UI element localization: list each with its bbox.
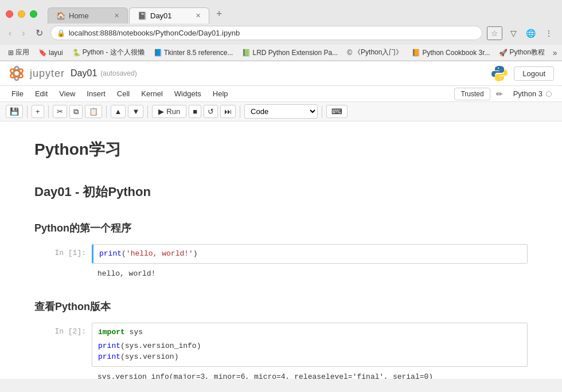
bookmark-cookbook[interactable]: 📙 Python Cookbook 3r... xyxy=(409,48,492,57)
heading2-section: Day01 - 初始Python xyxy=(34,173,528,211)
cell1-prompt: In [1]: xyxy=(34,244,92,264)
keyboard-shortcuts-button[interactable]: ⌨ xyxy=(326,105,348,118)
stop-button[interactable]: ■ xyxy=(189,105,201,118)
kernel-info: Python 3 xyxy=(509,89,556,98)
browser-chrome: 🏠 Home ✕ 📓 Day01 ✕ + ‹ › ↻ 🔒 localhost:8… xyxy=(0,0,562,61)
day01-tab-close[interactable]: ✕ xyxy=(196,12,201,19)
maximize-button[interactable] xyxy=(30,10,37,18)
logout-button[interactable]: Logout xyxy=(514,66,554,81)
menu-cell[interactable]: Cell xyxy=(111,86,135,101)
cell2-input[interactable]: import sys print(sys.version_info) print… xyxy=(92,323,528,367)
lrd-icon: 📗 xyxy=(242,49,251,57)
cell2-output-row: sys.version_info(major=3, minor=6, micro… xyxy=(34,369,528,379)
toolbar-sep1 xyxy=(27,105,28,118)
cell-2: In [2]: import sys print(sys.version_inf… xyxy=(34,323,528,367)
apps-label: 应用 xyxy=(15,48,29,57)
jupyter-app: jupyter Day01 (autosaved) Logout File Ed… xyxy=(0,61,562,379)
paste-button[interactable]: 📋 xyxy=(85,105,102,118)
new-tab-button[interactable]: + xyxy=(210,5,228,23)
tab-day01[interactable]: 📓 Day01 ✕ xyxy=(129,7,209,23)
extension-button[interactable]: ▽ xyxy=(507,28,520,39)
menu-view[interactable]: View xyxy=(53,86,81,101)
bookmark-tkinter[interactable]: 📘 Tkinter 8.5 reference... xyxy=(151,48,236,57)
bookmark-button[interactable]: ☆ xyxy=(487,26,502,40)
run-button[interactable]: ▶ Run xyxy=(152,105,186,118)
toolbar-sep3 xyxy=(106,105,107,118)
refresh-button[interactable]: ↻ xyxy=(33,26,46,40)
jupyter-menubar: File Edit View Insert Cell Kernel Widget… xyxy=(0,86,562,102)
jupyter-header-right: Logout xyxy=(491,65,554,82)
python-lazy-icon: 🐍 xyxy=(72,49,81,57)
tab-bar: 🏠 Home ✕ 📓 Day01 ✕ + xyxy=(43,5,556,23)
jupyter-brand-text: jupyter xyxy=(30,68,65,80)
notebook-heading2: Day01 - 初始Python xyxy=(34,183,528,201)
toolbar-sep4 xyxy=(147,105,148,118)
menu-kernel[interactable]: Kernel xyxy=(135,86,169,101)
edit-pencil-button[interactable]: ✏ xyxy=(493,88,506,100)
minimize-button[interactable] xyxy=(18,10,25,18)
home-tab-close[interactable]: ✕ xyxy=(114,12,119,19)
notebook-heading1: Python学习 xyxy=(34,139,528,160)
jupyter-toolbar: 💾 + ✂ ⧉ 📋 ▲ ▼ ▶ Run ■ ↺ ⏭ Code Markdown … xyxy=(0,102,562,121)
move-up-button[interactable]: ▲ xyxy=(111,105,126,118)
cell2-print1-fn: print xyxy=(98,342,120,350)
globe-button[interactable]: 🌐 xyxy=(522,28,539,39)
kernel-name: Python 3 xyxy=(513,89,543,98)
kernel-status-indicator xyxy=(546,91,552,97)
restart-button[interactable]: ↺ xyxy=(204,105,218,118)
cell2-print2-fn: print xyxy=(98,352,120,361)
section1-heading: Python的第一个程序 xyxy=(34,211,528,244)
layui-label: layui xyxy=(49,49,63,57)
cut-button[interactable]: ✂ xyxy=(53,105,67,118)
autosaved-indicator: (autosaved) xyxy=(100,69,136,77)
section2-heading: 查看Python版本 xyxy=(34,289,528,323)
menu-help[interactable]: Help xyxy=(207,86,234,101)
day01-tab-icon: 📓 xyxy=(138,11,147,20)
cell2-output-prompt xyxy=(34,369,92,379)
cell2-print1-rest: (sys.version_info) xyxy=(120,342,201,350)
notebook-title[interactable]: Day01 xyxy=(71,68,97,79)
add-cell-button[interactable]: + xyxy=(32,105,44,118)
bookmark-python-tutorial[interactable]: 🚀 Python教程 xyxy=(497,47,547,58)
move-down-button[interactable]: ▼ xyxy=(128,105,143,118)
bookmark-lrd[interactable]: 📗 LRD Python Extension Pa... xyxy=(240,48,340,57)
bookmarks-more-button[interactable]: » xyxy=(553,48,557,57)
menu-widgets[interactable]: Widgets xyxy=(169,86,207,101)
tab-home[interactable]: 🏠 Home ✕ xyxy=(48,7,128,23)
cell1-fn: print xyxy=(99,249,122,258)
cell1-output-prompt xyxy=(34,266,92,282)
bookmark-apps[interactable]: ⊞ 应用 xyxy=(6,47,32,58)
bookmark-layui[interactable]: 🔖 layui xyxy=(36,48,65,57)
svg-point-1 xyxy=(14,66,19,80)
menu-button[interactable]: ⋮ xyxy=(541,28,556,39)
cell2-sys: sys xyxy=(125,328,143,336)
cell1-input[interactable]: print('hello, world!') xyxy=(92,244,528,264)
menu-edit[interactable]: Edit xyxy=(29,86,53,101)
save-button[interactable]: 💾 xyxy=(6,105,23,118)
menu-file[interactable]: File xyxy=(6,86,29,101)
jupyter-header: jupyter Day01 (autosaved) Logout xyxy=(0,61,562,86)
bookmark-python-intro[interactable]: © 《Python入门》 xyxy=(345,47,405,58)
back-button[interactable]: ‹ xyxy=(6,27,14,40)
python-tutorial-label: Python教程 xyxy=(509,48,544,57)
section1-title: Python的第一个程序 xyxy=(34,221,528,235)
trusted-button[interactable]: Trusted xyxy=(454,88,490,100)
forward-button[interactable]: › xyxy=(19,27,28,40)
notebook-content: Python学习 Day01 - 初始Python Python的第一个程序 I… xyxy=(0,121,562,379)
address-bar[interactable]: 🔒 localhost:8888/notebooks/PythonCode/Da… xyxy=(50,26,482,40)
toolbar-sep2 xyxy=(48,105,49,118)
cell-type-select[interactable]: Code Markdown Raw NBConvert Heading xyxy=(244,104,318,119)
restart-run-button[interactable]: ⏭ xyxy=(220,105,236,118)
python-intro-icon: © xyxy=(347,49,352,57)
cell1-output-row: hello, world! xyxy=(34,266,528,282)
address-text: localhost:8888/notebooks/PythonCode/Day0… xyxy=(69,29,476,37)
lrd-label: LRD Python Extension Pa... xyxy=(252,49,338,57)
menu-insert[interactable]: Insert xyxy=(81,86,111,101)
bookmark-python-lazy[interactable]: 🐍 Python - 这个人很懒 xyxy=(70,47,147,58)
browser-window: 🏠 Home ✕ 📓 Day01 ✕ + ‹ › ↻ 🔒 localhost:8… xyxy=(0,0,562,379)
close-button[interactable] xyxy=(6,10,13,18)
section2-title: 查看Python版本 xyxy=(34,300,528,313)
cell-1: In [1]: print('hello, world!') xyxy=(34,244,528,264)
copy-button[interactable]: ⧉ xyxy=(69,105,83,119)
cell1-string: 'hello, world!' xyxy=(126,249,193,258)
